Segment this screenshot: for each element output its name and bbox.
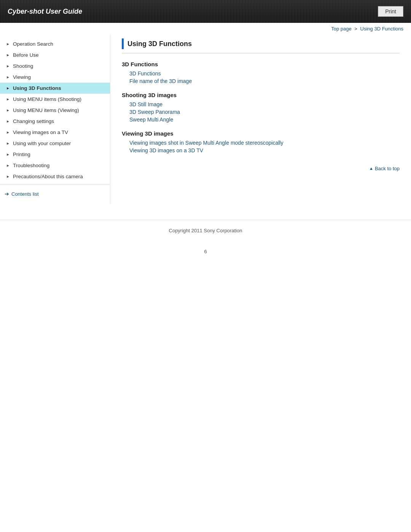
- sidebar-item-using-3d[interactable]: ► Using 3D Functions: [0, 83, 110, 94]
- section-viewing-3d: Viewing 3D images Viewing images shot in…: [122, 130, 400, 153]
- sidebar-item-viewing[interactable]: ► Viewing: [0, 72, 110, 83]
- arrow-icon: ►: [6, 53, 10, 57]
- sidebar-item-precautions[interactable]: ► Precautions/About this camera: [0, 171, 110, 182]
- sidebar-divider: [0, 184, 110, 185]
- section-title-viewing-3d: Viewing 3D images: [122, 130, 400, 137]
- back-arrow-icon: ▲: [369, 166, 373, 171]
- breadcrumb-current-link[interactable]: Using 3D Functions: [360, 26, 403, 32]
- back-to-top-link[interactable]: ▲ Back to top: [369, 166, 400, 171]
- arrow-icon: ►: [6, 174, 10, 179]
- sidebar-item-changing-settings[interactable]: ► Changing settings: [0, 116, 110, 127]
- sidebar: ► Operation Search ► Before Use ► Shooti…: [0, 35, 110, 204]
- link-file-name-3d[interactable]: File name of the 3D image: [129, 78, 400, 84]
- sidebar-item-label: Changing settings: [13, 118, 54, 124]
- footer: Copyright 2011 Sony Corporation: [0, 220, 411, 241]
- page-heading: Using 3D Functions: [122, 38, 400, 53]
- contents-list-link[interactable]: ➔ Contents list: [5, 191, 39, 197]
- sidebar-item-label: Shooting: [13, 63, 33, 69]
- sidebar-item-operation-search[interactable]: ► Operation Search: [0, 38, 110, 50]
- page-header: Cyber-shot User Guide Print: [0, 0, 411, 23]
- page-title: Using 3D Functions: [127, 40, 192, 48]
- sidebar-item-printing[interactable]: ► Printing: [0, 149, 110, 160]
- arrow-icon: ►: [6, 86, 10, 90]
- arrow-icon: ►: [6, 108, 10, 112]
- sidebar-item-computer[interactable]: ► Using with your computer: [0, 138, 110, 149]
- arrow-icon: ►: [6, 97, 10, 101]
- arrow-icon: ►: [6, 119, 10, 123]
- back-to-top-row: ▲ Back to top: [122, 161, 400, 175]
- arrow-icon: ►: [6, 64, 10, 68]
- sidebar-item-label: Using 3D Functions: [13, 85, 61, 91]
- arrow-icon: ►: [6, 163, 10, 168]
- section-3d-functions: 3D Functions 3D Functions File name of t…: [122, 61, 400, 84]
- main-content: Using 3D Functions 3D Functions 3D Funct…: [110, 35, 411, 187]
- arrow-icon: ►: [6, 75, 10, 79]
- contents-arrow-icon: ➔: [5, 191, 9, 197]
- section-title-shooting-3d: Shooting 3D images: [122, 92, 400, 98]
- heading-bar: [122, 38, 124, 49]
- sidebar-item-label: Viewing images on a TV: [13, 129, 68, 135]
- section-shooting-3d: Shooting 3D images 3D Still Image 3D Swe…: [122, 92, 400, 123]
- sidebar-item-label: Operation Search: [13, 41, 53, 47]
- link-viewing-3d-tv[interactable]: Viewing 3D images on a 3D TV: [129, 147, 400, 153]
- sidebar-item-shooting[interactable]: ► Shooting: [0, 61, 110, 72]
- print-button[interactable]: Print: [378, 6, 403, 17]
- sidebar-item-viewing-tv[interactable]: ► Viewing images on a TV: [0, 127, 110, 138]
- sidebar-item-label: Using MENU items (Shooting): [13, 96, 81, 102]
- link-3d-functions[interactable]: 3D Functions: [129, 70, 400, 77]
- sidebar-item-troubleshooting[interactable]: ► Troubleshooting: [0, 160, 110, 171]
- breadcrumb: Top page > Using 3D Functions: [0, 23, 411, 35]
- sidebar-item-label: Using MENU items (Viewing): [13, 107, 79, 113]
- link-sweep-multi-angle[interactable]: Sweep Multi Angle: [129, 117, 400, 123]
- breadcrumb-separator: >: [354, 26, 357, 32]
- contents-link-label: Contents list: [11, 191, 39, 197]
- sidebar-item-menu-viewing[interactable]: ► Using MENU items (Viewing): [0, 105, 110, 116]
- arrow-icon: ►: [6, 141, 10, 145]
- section-title-3d-functions: 3D Functions: [122, 61, 400, 67]
- section-links-viewing-3d: Viewing images shot in Sweep Multi Angle…: [129, 140, 400, 153]
- sidebar-item-label: Using with your computer: [13, 141, 71, 146]
- sidebar-item-label: Printing: [13, 152, 30, 157]
- sidebar-item-menu-shooting[interactable]: ► Using MENU items (Shooting): [0, 94, 110, 105]
- section-links-shooting-3d: 3D Still Image 3D Sweep Panorama Sweep M…: [129, 101, 400, 123]
- sidebar-item-label: Precautions/About this camera: [13, 174, 83, 179]
- back-to-top-label: Back to top: [375, 166, 400, 171]
- copyright-text: Copyright 2011 Sony Corporation: [169, 228, 242, 233]
- link-3d-still-image[interactable]: 3D Still Image: [129, 101, 400, 107]
- arrow-icon: ►: [6, 130, 10, 134]
- main-layout: ► Operation Search ► Before Use ► Shooti…: [0, 35, 411, 204]
- breadcrumb-top-link[interactable]: Top page: [331, 26, 352, 32]
- arrow-icon: ►: [6, 42, 10, 46]
- sidebar-item-label: Before Use: [13, 52, 39, 58]
- sidebar-item-before-use[interactable]: ► Before Use: [0, 50, 110, 61]
- sidebar-item-label: Viewing: [13, 74, 31, 80]
- link-3d-sweep-panorama[interactable]: 3D Sweep Panorama: [129, 109, 400, 115]
- link-viewing-stereoscopically[interactable]: Viewing images shot in Sweep Multi Angle…: [129, 140, 400, 146]
- header-title: Cyber-shot User Guide: [8, 8, 82, 16]
- page-number: 6: [0, 241, 411, 262]
- arrow-icon: ►: [6, 152, 10, 157]
- sidebar-item-label: Troubleshooting: [13, 163, 49, 168]
- section-links-3d-functions: 3D Functions File name of the 3D image: [129, 70, 400, 84]
- contents-link-row: ➔ Contents list: [0, 187, 110, 201]
